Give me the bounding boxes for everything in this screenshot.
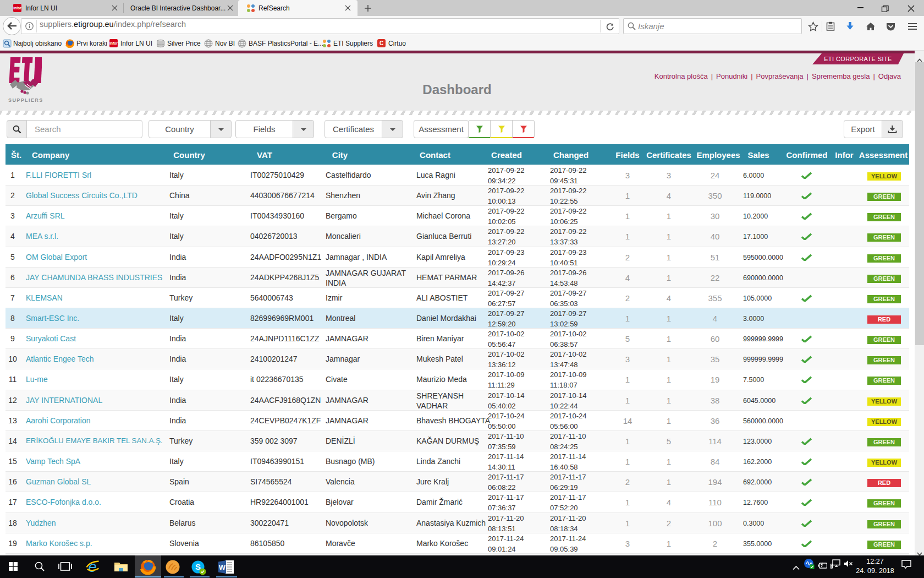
svg-text:W: W — [219, 563, 226, 571]
